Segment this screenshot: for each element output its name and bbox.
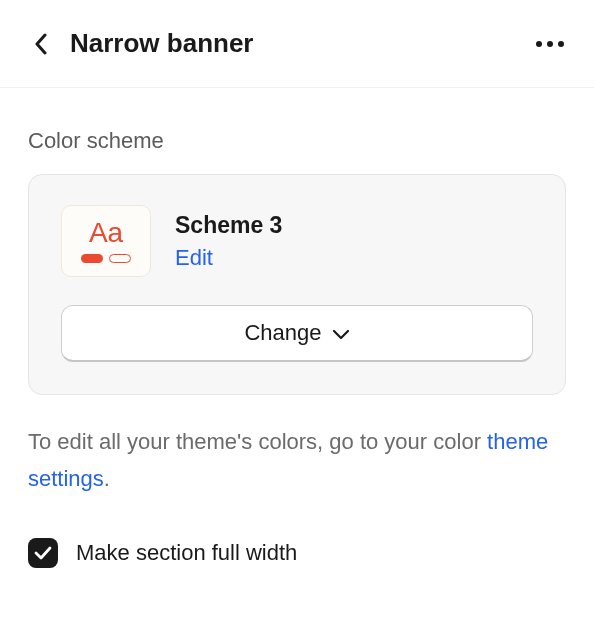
scheme-row: Aa Scheme 3 Edit <box>61 205 533 277</box>
color-scheme-label: Color scheme <box>28 128 566 154</box>
more-options-button[interactable] <box>536 41 564 47</box>
scheme-info: Scheme 3 Edit <box>175 212 282 271</box>
swatch-sample-text: Aa <box>89 219 123 247</box>
pill-solid-icon <box>81 254 103 263</box>
dot-icon <box>536 41 542 47</box>
back-button[interactable] <box>28 32 52 56</box>
page-title: Narrow banner <box>70 28 254 59</box>
helper-prefix: To edit all your theme's colors, go to y… <box>28 429 487 454</box>
change-button-label: Change <box>244 320 321 346</box>
change-button[interactable]: Change <box>61 305 533 362</box>
chevron-down-icon <box>332 320 350 346</box>
chevron-left-icon <box>34 33 47 55</box>
pill-outline-icon <box>109 254 131 263</box>
full-width-checkbox[interactable] <box>28 538 58 568</box>
scheme-swatch: Aa <box>61 205 151 277</box>
dot-icon <box>558 41 564 47</box>
full-width-row: Make section full width <box>28 538 566 568</box>
full-width-label: Make section full width <box>76 540 297 566</box>
content: Color scheme Aa Scheme 3 Edit Change <box>0 88 594 568</box>
header-left: Narrow banner <box>28 28 254 59</box>
checkmark-icon <box>34 546 52 560</box>
swatch-pills <box>81 254 131 263</box>
dot-icon <box>547 41 553 47</box>
header: Narrow banner <box>0 0 594 88</box>
color-scheme-card: Aa Scheme 3 Edit Change <box>28 174 566 395</box>
helper-suffix: . <box>104 466 110 491</box>
scheme-name: Scheme 3 <box>175 212 282 239</box>
helper-text: To edit all your theme's colors, go to y… <box>28 423 566 498</box>
edit-link[interactable]: Edit <box>175 245 282 271</box>
